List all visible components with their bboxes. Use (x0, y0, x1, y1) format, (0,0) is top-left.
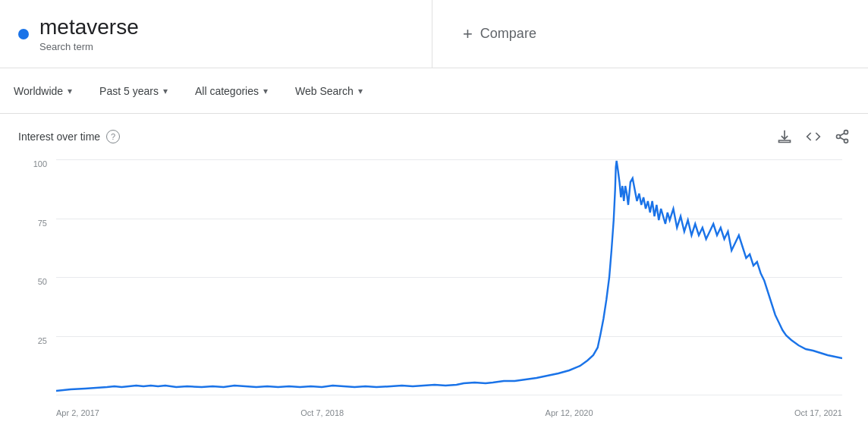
region-label: Worldwide (14, 85, 63, 97)
search-type-chevron-icon: ▾ (358, 86, 363, 96)
compare-label: Compare (480, 26, 536, 42)
search-term-name: metaverse (39, 15, 139, 39)
grid-line-0 (56, 395, 842, 395)
search-term-dot (18, 29, 29, 39)
chart-actions (777, 129, 850, 144)
chart-svg (56, 159, 842, 395)
x-label-2021: Oct 17, 2021 (794, 408, 842, 417)
x-axis: Apr 2, 2017 Oct 7, 2018 Apr 12, 2020 Oct… (56, 408, 842, 417)
x-label-2020: Apr 12, 2020 (546, 408, 593, 417)
share-button[interactable] (835, 129, 850, 144)
svg-point-0 (844, 131, 848, 134)
region-filter[interactable]: Worldwide ▾ (0, 68, 86, 113)
y-axis: 100 75 50 25 (18, 159, 53, 395)
help-icon[interactable]: ? (106, 130, 120, 143)
time-range-filter[interactable]: Past 5 years ▾ (86, 68, 181, 113)
svg-line-4 (840, 133, 844, 135)
search-type-label: Web Search (295, 85, 354, 97)
y-label-25: 25 (38, 336, 47, 345)
search-type-filter[interactable]: Web Search ▾ (281, 68, 376, 113)
compare-section[interactable]: + Compare (432, 0, 567, 68)
category-label: All categories (195, 85, 259, 97)
y-label-75: 75 (38, 219, 47, 228)
region-chevron-icon: ▾ (68, 86, 72, 96)
chart-header: Interest over time ? (18, 114, 850, 159)
search-term-label: Search term (39, 41, 139, 52)
search-term-section: metaverse Search term (0, 0, 432, 68)
time-range-chevron-icon: ▾ (163, 86, 168, 96)
filter-bar: Worldwide ▾ Past 5 years ▾ All categorie… (0, 68, 868, 114)
svg-point-1 (837, 135, 841, 139)
svg-line-3 (840, 137, 844, 140)
chart-area: 100 75 50 25 Apr 2, 2017 Oct 7, 2018 Apr… (18, 159, 850, 417)
chart-title: Interest over time (18, 131, 100, 143)
chart-section: Interest over time ? 100 75 50 25 (0, 114, 868, 417)
compare-plus-icon: + (463, 24, 473, 44)
category-chevron-icon: ▾ (263, 86, 268, 96)
embed-button[interactable] (806, 129, 821, 144)
y-label-50: 50 (38, 277, 47, 286)
y-label-100: 100 (33, 159, 47, 168)
svg-point-2 (844, 139, 848, 143)
time-range-label: Past 5 years (99, 85, 159, 97)
download-button[interactable] (777, 129, 792, 144)
x-label-2018: Oct 7, 2018 (300, 408, 344, 417)
category-filter[interactable]: All categories ▾ (181, 68, 281, 113)
x-label-2017: Apr 2, 2017 (56, 408, 99, 417)
